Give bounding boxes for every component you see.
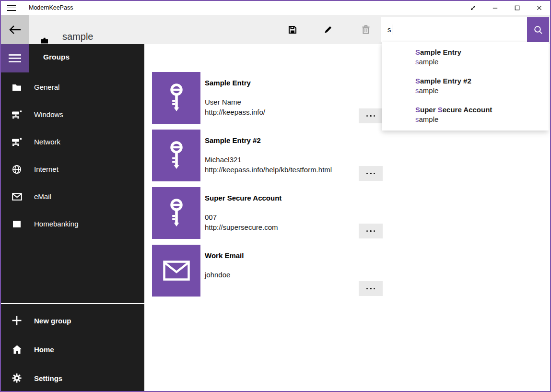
window-controls: [462, 1, 550, 15]
save-icon: [288, 25, 297, 35]
sidebar-item-windows[interactable]: Windows: [1, 101, 144, 128]
entry-details: User Name http://keepass.info/: [205, 97, 265, 117]
suggestion-subtitle: sample: [415, 58, 461, 66]
entry-url: http://keepass.info/: [205, 107, 265, 117]
gear-icon: [12, 373, 22, 383]
search-input[interactable]: s: [381, 17, 527, 42]
sidebar-item-label: General: [34, 83, 59, 91]
settings-button[interactable]: Settings: [1, 364, 144, 392]
suggestion-item[interactable]: Super Secure Account sample: [415, 106, 492, 123]
text-caret: [392, 24, 393, 35]
delete-icon: [361, 25, 371, 35]
titlebar-menu-icon[interactable]: [7, 5, 16, 11]
sidebar: Groups General Windows: [1, 44, 144, 391]
back-button[interactable]: [1, 15, 29, 44]
home-button[interactable]: Home: [1, 335, 144, 364]
entry-username: User Name: [205, 97, 265, 107]
key-icon: [166, 83, 187, 112]
suggestion-title: Super Secure Account: [415, 106, 492, 114]
fullscreen-icon: [469, 4, 477, 12]
action-label: New group: [34, 317, 71, 325]
sidebar-item-label: eMail: [34, 192, 51, 201]
action-label: Home: [34, 345, 54, 354]
entry-url: http://keepass.info/help/kb/testform.htm…: [205, 165, 332, 175]
entry-tile[interactable]: [152, 187, 200, 239]
suggestion-title: Sample Entry: [415, 48, 461, 56]
sidebar-menu-button[interactable]: [1, 44, 29, 72]
search-suggestions-panel: Sample Entry sample Sample Entry #2 samp…: [382, 42, 549, 131]
database-name: sample: [62, 31, 93, 42]
close-button[interactable]: [528, 1, 550, 15]
sidebar-item-email[interactable]: eMail: [1, 183, 144, 210]
home-icon: [12, 345, 22, 354]
entry-more-button[interactable]: [359, 108, 383, 123]
sidebar-item-label: Network: [34, 138, 60, 146]
search-icon: [533, 25, 543, 35]
mail-icon: [12, 193, 22, 201]
window-border-top: [0, 0, 551, 1]
entry-details: Michael321 http://keepass.info/help/kb/t…: [205, 154, 332, 175]
suggestion-item[interactable]: Sample Entry #2 sample: [415, 77, 471, 95]
entry-tile[interactable]: [152, 130, 200, 181]
sidebar-divider: [1, 303, 144, 304]
entry-tile[interactable]: [152, 72, 200, 124]
key-icon: [166, 141, 187, 170]
groups-heading: Groups: [43, 53, 70, 61]
maximize-icon: [514, 4, 521, 12]
square-icon: [12, 221, 22, 227]
sidebar-item-label: Windows: [34, 110, 63, 119]
globe-icon: [12, 165, 22, 174]
sidebar-item-label: Internet: [34, 165, 59, 173]
network-icon: [12, 110, 22, 119]
suggestion-subtitle: sample: [415, 86, 471, 95]
entry-more-button[interactable]: [359, 281, 383, 296]
search-input-value: s: [387, 25, 391, 34]
entry-more-button[interactable]: [359, 166, 383, 181]
edit-icon: [323, 25, 333, 35]
entry-tile[interactable]: [152, 245, 200, 297]
mail-icon: [163, 261, 190, 281]
briefcase-icon: [40, 37, 48, 44]
key-icon: [166, 199, 187, 227]
suggestion-subtitle: sample: [415, 115, 492, 123]
entry-username: johndoe: [205, 270, 230, 280]
suggestion-item[interactable]: Sample Entry sample: [415, 48, 461, 66]
entry-title[interactable]: Super Secure Account: [205, 194, 281, 202]
save-button[interactable]: [281, 15, 304, 44]
edit-button[interactable]: [317, 15, 340, 44]
delete-button[interactable]: [354, 15, 377, 44]
entry-username: Michael321: [205, 154, 332, 165]
new-group-button[interactable]: New group: [1, 306, 144, 335]
sidebar-item-homebanking[interactable]: Homebanking: [1, 210, 144, 238]
sidebar-item-general[interactable]: General: [1, 73, 144, 101]
window-border-left: [0, 0, 1, 392]
entry-details: johndoe: [205, 270, 230, 280]
fullscreen-button[interactable]: [462, 1, 484, 15]
sidebar-item-internet[interactable]: Internet: [1, 155, 144, 183]
suggestion-title: Sample Entry #2: [415, 77, 471, 85]
entry-details: 007 http://supersecure.com: [205, 212, 278, 232]
sidebar-item-label: Homebanking: [34, 220, 79, 228]
entry-more-button[interactable]: [359, 224, 383, 238]
sidebar-item-network[interactable]: Network: [1, 128, 144, 155]
action-label: Settings: [34, 374, 62, 382]
app-title: ModernKeePass: [29, 1, 73, 15]
minimize-icon: [492, 4, 499, 12]
close-icon: [536, 4, 543, 12]
maximize-button[interactable]: [506, 1, 528, 15]
entry-title[interactable]: Sample Entry #2: [205, 136, 261, 145]
plus-icon: [12, 316, 22, 325]
titlebar: ModernKeePass: [1, 1, 550, 15]
entry-title[interactable]: Sample Entry: [205, 79, 251, 87]
entry-title[interactable]: Work Email: [205, 251, 244, 260]
back-icon: [9, 25, 22, 35]
entry-url: http://supersecure.com: [205, 222, 278, 232]
search-button[interactable]: [527, 17, 549, 42]
network-icon: [12, 137, 22, 147]
minimize-button[interactable]: [484, 1, 506, 15]
entry-username: 007: [205, 212, 278, 222]
folder-icon: [12, 83, 22, 91]
